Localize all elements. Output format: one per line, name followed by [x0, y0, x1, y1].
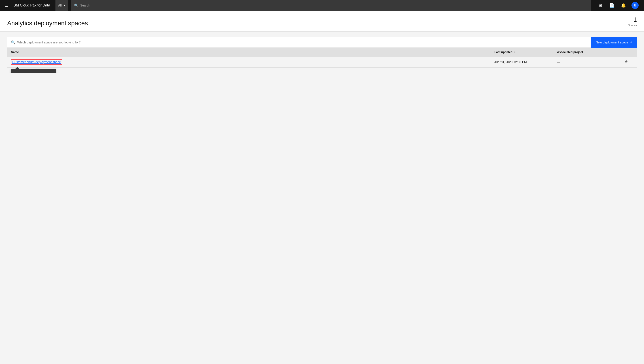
table-row: Customer churn deployment space Customer…: [8, 56, 636, 67]
deployment-tooltip-popup: Customer churn deployment space No descr…: [11, 69, 56, 73]
spaces-count-number: 1: [628, 16, 637, 23]
new-deployment-label: New deployment space: [596, 41, 628, 44]
tooltip-arrow: [16, 67, 19, 69]
user-avatar-button[interactable]: U: [630, 0, 640, 11]
column-header-name: Name: [11, 50, 494, 54]
tooltip-title: Customer churn deployment space: [14, 72, 52, 73]
deployment-name-link[interactable]: Customer churn deployment space: [11, 59, 62, 65]
deployment-search-bar: 🔍: [7, 37, 591, 48]
nav-search-bar: 🔍: [71, 0, 591, 11]
deployment-project-cell: —: [557, 60, 620, 64]
sort-icon[interactable]: ↓: [514, 51, 515, 54]
search-scope-label: All: [58, 4, 62, 7]
new-deployment-button[interactable]: New deployment space +: [591, 37, 637, 48]
column-header-last-updated: Last updated ↓: [494, 50, 557, 54]
column-header-associated-project: Associated project: [557, 50, 620, 54]
avatar: U: [632, 2, 639, 9]
app-title: IBM Cloud Pak for Data: [12, 3, 50, 8]
column-header-actions: [620, 50, 633, 54]
search-icon: 🔍: [74, 3, 78, 8]
top-navigation: ☰ IBM Cloud Pak for Data All ▾ 🔍 ⊞ 📄 🔔 U: [0, 0, 644, 11]
deployment-date-cell: Jun 23, 2020 12:30 PM: [494, 60, 557, 64]
deployment-search-input[interactable]: [17, 41, 588, 44]
bell-icon-button[interactable]: 🔔: [618, 0, 629, 11]
nav-search-input[interactable]: [80, 4, 588, 7]
deployment-name-cell: Customer churn deployment space Customer…: [11, 59, 494, 65]
delete-button[interactable]: 🗑: [620, 60, 633, 64]
hamburger-menu-icon[interactable]: ☰: [4, 2, 9, 9]
search-scope-dropdown[interactable]: All ▾: [56, 0, 68, 11]
apps-icon-button[interactable]: ⊞: [595, 0, 606, 11]
plus-icon: +: [630, 40, 632, 45]
bell-icon: 🔔: [621, 3, 626, 8]
page-header: Analytics deployment spaces 1 Spaces: [0, 11, 644, 32]
toolbar: 🔍 New deployment space +: [7, 37, 637, 48]
spaces-count-label: Spaces: [628, 24, 637, 27]
nav-icon-group: ⊞ 📄 🔔 U: [595, 0, 640, 11]
document-icon: 📄: [609, 3, 614, 8]
document-icon-button[interactable]: 📄: [606, 0, 617, 11]
deployment-search-icon: 🔍: [11, 40, 16, 45]
deployments-table: Name Last updated ↓ Associated project C…: [7, 48, 637, 68]
page-title: Analytics deployment spaces: [7, 20, 88, 27]
chevron-down-icon: ▾: [64, 4, 65, 7]
main-content: 🔍 New deployment space + Name Last updat…: [0, 32, 644, 73]
table-header: Name Last updated ↓ Associated project: [8, 48, 636, 56]
spaces-count-container: 1 Spaces: [628, 16, 637, 27]
apps-icon: ⊞: [598, 3, 602, 8]
